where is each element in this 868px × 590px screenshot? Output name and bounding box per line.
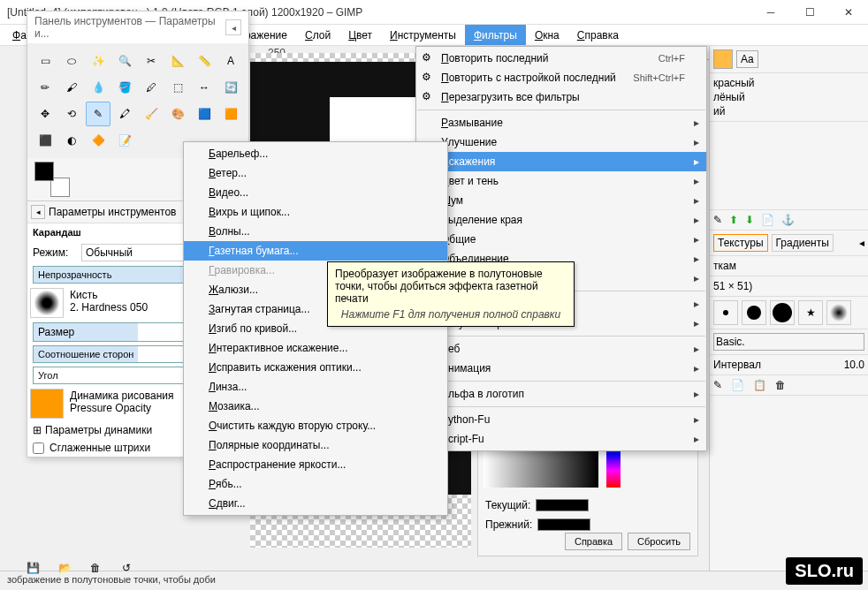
distort-item[interactable]: Исправить искажения оптики...: [184, 358, 447, 377]
brush-thumb[interactable]: ★: [798, 300, 823, 325]
filters-item[interactable]: Искажения: [416, 152, 706, 171]
gradients-tab[interactable]: Градиенты: [772, 234, 834, 252]
current-color-swatch[interactable]: [536, 499, 589, 511]
filters-item[interactable]: ⚙Повторить с настройкой последнийShift+C…: [416, 68, 706, 87]
tool-24[interactable]: ⬛: [33, 128, 57, 153]
window-close-button[interactable]: ✕: [829, 0, 868, 25]
menu-инструменты[interactable]: Инструменты: [381, 25, 465, 45]
tool-10[interactable]: 💧: [86, 75, 110, 100]
tool-9[interactable]: 🖌: [59, 75, 84, 100]
toolbox-collapse-button[interactable]: ◂: [225, 19, 241, 35]
reset-options-icon[interactable]: ↺: [122, 562, 141, 581]
filters-item[interactable]: Python-Fu: [416, 410, 706, 429]
menu-окна[interactable]: Окна: [526, 25, 568, 45]
tool-5[interactable]: 📐: [165, 49, 190, 73]
distort-item[interactable]: Барельеф...: [184, 144, 447, 163]
tool-3[interactable]: 🔍: [112, 49, 137, 73]
foreground-color-swatch[interactable]: [34, 162, 54, 181]
distort-item[interactable]: Ветер...: [184, 163, 447, 183]
distort-item[interactable]: Вихрь и щипок...: [184, 202, 447, 222]
tool-23[interactable]: 🟧: [218, 102, 243, 126]
tool-27[interactable]: 📝: [112, 128, 137, 153]
menu-слой[interactable]: Слой: [296, 25, 339, 45]
previous-color-swatch[interactable]: [537, 518, 590, 531]
channel-green[interactable]: лёный: [713, 91, 864, 103]
restore-options-icon[interactable]: 📂: [58, 562, 78, 581]
distort-item[interactable]: Очистить каждую вторую строку...: [184, 416, 447, 435]
tool-22[interactable]: 🟦: [192, 102, 217, 126]
tool-21[interactable]: 🎨: [165, 102, 190, 126]
color-swatches[interactable]: [34, 162, 70, 197]
filters-item[interactable]: ⚙Повторить последнийCtrl+F: [416, 49, 706, 68]
undo-history-icon[interactable]: [713, 49, 733, 69]
filters-item[interactable]: Альфа в логотип: [416, 384, 706, 404]
distort-item[interactable]: Рябь...: [184, 474, 447, 494]
layer-anchor-icon[interactable]: ⚓: [781, 214, 795, 226]
brush-preview[interactable]: [30, 288, 64, 318]
interval-value[interactable]: 10.0: [844, 359, 864, 371]
filters-item[interactable]: Script-Fu: [416, 429, 706, 449]
tool-1[interactable]: ⬭: [59, 49, 84, 73]
tool-26[interactable]: 🔶: [86, 128, 110, 153]
tool-0[interactable]: ▭: [33, 49, 57, 73]
filters-item[interactable]: Выделение края: [416, 210, 706, 230]
channel-blue[interactable]: ий: [713, 105, 864, 117]
save-options-icon[interactable]: 💾: [27, 562, 46, 581]
filters-item[interactable]: Общие: [416, 230, 706, 249]
window-maximize-button[interactable]: ☐: [790, 0, 829, 25]
tool-12[interactable]: 🖊: [139, 75, 164, 100]
tool-25[interactable]: ◐: [59, 128, 84, 153]
channel-red[interactable]: красный: [713, 77, 864, 89]
tool-11[interactable]: 🪣: [112, 75, 137, 100]
distort-item[interactable]: Газетная бумага...: [184, 241, 447, 261]
brush-thumb[interactable]: [770, 300, 795, 325]
window-minimize-button[interactable]: ─: [751, 0, 790, 25]
tool-19[interactable]: 🖍: [112, 102, 137, 126]
filters-item[interactable]: Веб: [416, 339, 706, 359]
distort-item[interactable]: Сдвиг...: [184, 494, 447, 513]
tool-16[interactable]: ✥: [33, 102, 57, 126]
menu-справка[interactable]: Справка: [568, 25, 628, 45]
tool-20[interactable]: 🧹: [139, 102, 164, 126]
brush-del-icon[interactable]: 🗑: [775, 379, 786, 391]
tool-15[interactable]: 🔄: [218, 75, 243, 100]
tool-18[interactable]: ✎: [86, 102, 110, 126]
brush-thumb[interactable]: [826, 300, 851, 325]
dynamics-params-expander[interactable]: Параметры динамики: [45, 424, 152, 436]
color-reset-button[interactable]: Сбросить: [628, 533, 690, 550]
filters-item[interactable]: Улучшение: [416, 132, 706, 152]
dynamics-icon[interactable]: [30, 389, 64, 419]
filters-item[interactable]: Свет и тень: [416, 171, 706, 191]
brush-thumb[interactable]: [742, 300, 766, 325]
filters-item[interactable]: Анимация: [416, 359, 706, 378]
layer-edit-icon[interactable]: ✎: [713, 214, 722, 226]
menu-фильтры[interactable]: Фильтры: [465, 25, 526, 45]
textures-tab[interactable]: Текстуры: [713, 234, 768, 252]
smooth-strokes-checkbox[interactable]: [33, 442, 44, 454]
tool-2[interactable]: ✨: [86, 49, 110, 73]
options-toggle-icon[interactable]: ◂: [31, 205, 45, 219]
brush-new-icon[interactable]: 📄: [731, 379, 744, 391]
distort-item[interactable]: Интерактивное искажение...: [184, 338, 447, 358]
menu-цвет[interactable]: Цвет: [339, 25, 381, 45]
brush-dup-icon[interactable]: 📋: [753, 379, 766, 391]
layer-up-icon[interactable]: ⬆: [729, 214, 738, 226]
tool-17[interactable]: ⟲: [59, 102, 84, 126]
color-help-button[interactable]: Справка: [565, 533, 622, 550]
brush-thumb[interactable]: [713, 300, 738, 325]
distort-item[interactable]: Полярные координаты...: [184, 435, 447, 455]
filters-item[interactable]: Шум: [416, 191, 706, 210]
distort-item[interactable]: Распространение яркости...: [184, 455, 447, 474]
distort-item[interactable]: Мозаика...: [184, 397, 447, 416]
filters-item[interactable]: ⚙Перезагрузить все фильтры: [416, 87, 706, 107]
filters-item[interactable]: Размывание: [416, 113, 706, 132]
tool-4[interactable]: ✂: [139, 49, 164, 73]
distort-item[interactable]: Видео...: [184, 183, 447, 202]
brushset-dropdown[interactable]: Basic.: [713, 333, 864, 351]
brush-edit-icon[interactable]: ✎: [713, 379, 722, 391]
layer-dup-icon[interactable]: 📄: [761, 214, 774, 226]
toolbox-titlebar[interactable]: Панель инструментов — Параметры и... ◂: [27, 11, 248, 43]
tool-8[interactable]: ✏: [33, 75, 57, 100]
delete-options-icon[interactable]: 🗑: [90, 562, 110, 581]
tool-14[interactable]: ↔: [192, 75, 217, 100]
